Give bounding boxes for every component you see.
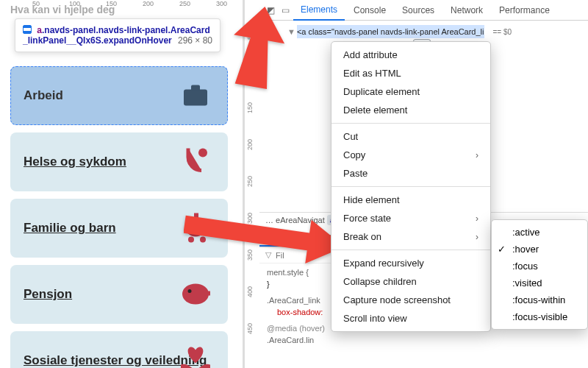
area-card-label: Arbeid <box>24 88 63 103</box>
ctx-force-state[interactable]: Force state› <box>331 209 490 227</box>
ctx-paste[interactable]: Paste <box>331 164 490 183</box>
state-focus[interactable]: :focus <box>492 258 587 275</box>
area-card-label: Pensjon <box>24 287 72 302</box>
ruler-tick: 250 <box>179 0 190 7</box>
area-card-label: Helse og sykdom <box>24 155 126 169</box>
state-hover[interactable]: :hover <box>492 241 587 258</box>
annotation-arrow-bottom <box>184 213 345 283</box>
ctx-cut[interactable]: Cut <box>331 127 490 146</box>
svg-marker-9 <box>226 6 290 91</box>
state-visited[interactable]: :visited <box>492 275 587 291</box>
ctx-copy[interactable]: Copy› <box>331 146 490 164</box>
state-focus-visible[interactable]: :focus-visible <box>492 308 587 325</box>
ctx-edit-as-html[interactable]: Edit as HTML <box>331 64 490 82</box>
state-active[interactable]: :active <box>492 224 587 241</box>
ctx-scroll-into-view[interactable]: Scroll into view <box>331 309 490 328</box>
force-state-submenu: :active :hover :focus :visited :focus-wi… <box>491 219 588 330</box>
dom-selected-node[interactable]: <a class="navds-panel navds-link-panel A… <box>297 25 484 38</box>
area-card-label: Familie og barn <box>24 221 116 236</box>
svg-rect-0 <box>184 90 207 106</box>
svg-rect-8 <box>204 291 210 296</box>
chevron-right-icon: › <box>476 150 478 160</box>
ctx-expand-recursively[interactable]: Expand recursively <box>331 254 490 272</box>
ctx-break-on[interactable]: Break on› <box>331 227 490 246</box>
ctx-duplicate-element[interactable]: Duplicate element <box>331 82 490 101</box>
ctx-delete-element[interactable]: Delete element <box>331 101 490 119</box>
tab-console[interactable]: Console <box>346 1 393 20</box>
tooltip-dimensions: 296 × 80 <box>178 35 212 46</box>
page-heading-ghost: Hva kan vi hjelpe deg <box>10 4 115 15</box>
svg-point-2 <box>198 149 207 158</box>
inspect-tooltip: a.navds-panel.navds-link-panel.AreaCard_… <box>15 18 220 52</box>
area-card-arbeid[interactable]: Arbeid <box>10 66 228 125</box>
area-card-helse[interactable]: Helse og sykdom <box>10 132 228 191</box>
ctx-collapse-children[interactable]: Collapse children <box>331 272 490 291</box>
tab-performance[interactable]: Performance <box>492 1 557 20</box>
svg-rect-1 <box>191 85 200 91</box>
devtools-tablist: ◩ ▭ Elements Console Sources Network Per… <box>259 0 588 21</box>
briefcase-icon <box>178 77 213 116</box>
area-card-sosiale[interactable]: Sosiale tjenester og veiledning <box>10 331 228 368</box>
tab-network[interactable]: Network <box>443 1 490 20</box>
hands-heart-icon <box>178 342 213 369</box>
ctx-hide-element[interactable]: Hide element <box>331 191 490 209</box>
flex-badge-icon <box>23 25 32 34</box>
page-preview-pane: 50 100 150 200 250 300 Hva kan vi hjelpe… <box>0 0 243 368</box>
chevron-right-icon: › <box>476 232 478 242</box>
ctx-capture-node-screenshot[interactable]: Capture node screenshot <box>331 291 490 309</box>
svg-marker-10 <box>184 213 345 269</box>
tab-sources[interactable]: Sources <box>395 1 442 20</box>
ruler-tick: 200 <box>143 0 154 7</box>
state-focus-within[interactable]: :focus-within <box>492 291 587 308</box>
context-menu: Add attribute Edit as HTML Duplicate ele… <box>331 41 491 332</box>
chevron-right-icon: › <box>476 213 478 224</box>
ctx-add-attribute[interactable]: Add attribute <box>331 46 490 64</box>
annotation-arrow-top <box>213 6 301 97</box>
stethoscope-icon <box>178 143 213 182</box>
svg-point-7 <box>188 289 192 293</box>
